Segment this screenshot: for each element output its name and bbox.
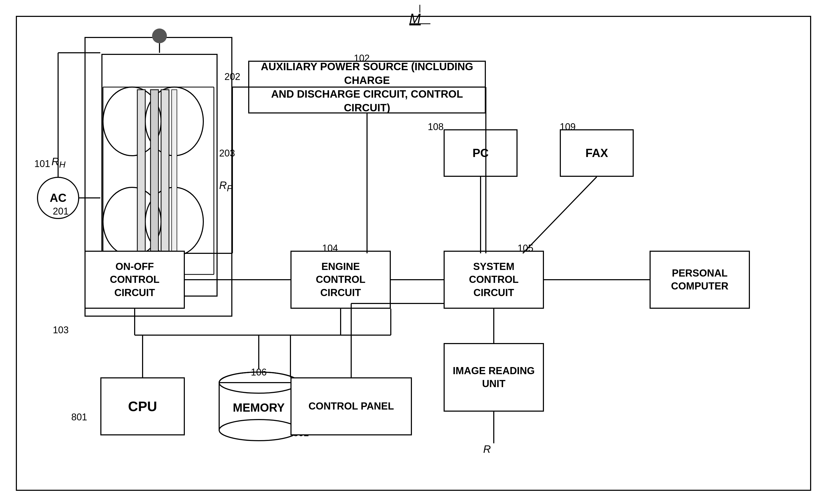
personal-computer-label: PERSONALCOMPUTER [671, 267, 728, 293]
label-202: 202 [225, 71, 240, 82]
label-201: 201 [53, 206, 69, 217]
engine-control-box: ENGINECONTROLCIRCUIT [290, 251, 391, 309]
system-control-box: SYSTEMCONTROLCIRCUIT [444, 251, 544, 309]
label-203: 203 [219, 148, 235, 159]
diagram-title: M [407, 5, 438, 27]
fax-box: FAX [560, 129, 634, 177]
aux-power-box: AUXILIARY POWER SOURCE (INCLUDING CHARGE… [248, 61, 486, 113]
personal-computer-box: PERSONALCOMPUTER [649, 251, 750, 309]
onoff-control-box: ON-OFFCONTROLCIRCUIT [85, 251, 185, 309]
label-106: 106 [251, 367, 267, 378]
svg-point-17 [219, 419, 298, 441]
engine-label: ENGINECONTROLCIRCUIT [316, 260, 366, 299]
label-109: 109 [560, 121, 576, 132]
label-104: 104 [322, 243, 338, 254]
onoff-label: ON-OFFCONTROLCIRCUIT [110, 260, 159, 299]
image-reading-label: IMAGE READINGUNIT [453, 365, 535, 391]
memory-cylinder: MEMORY [216, 370, 301, 443]
label-102: 102 [354, 53, 370, 64]
system-label: SYSTEMCONTROLCIRCUIT [469, 260, 519, 299]
label-rh: RH [51, 156, 65, 170]
cpu-box: CPU [100, 377, 185, 435]
svg-text:MEMORY: MEMORY [233, 401, 285, 414]
label-rp: RP [219, 179, 233, 193]
label-101: 101 [34, 158, 50, 169]
label-105: 105 [518, 243, 533, 254]
label-103: 103 [53, 325, 69, 336]
label-r: R [483, 443, 491, 455]
image-reading-box: IMAGE READINGUNIT [444, 343, 544, 412]
label-801: 801 [71, 412, 87, 423]
control-panel-box: CONTROL PANEL [290, 377, 412, 435]
label-108: 108 [428, 121, 444, 132]
top-ball [152, 29, 167, 43]
pc-box: PC [444, 129, 518, 177]
aux-power-label: AUXILIARY POWER SOURCE (INCLUDING CHARGE… [249, 60, 485, 115]
